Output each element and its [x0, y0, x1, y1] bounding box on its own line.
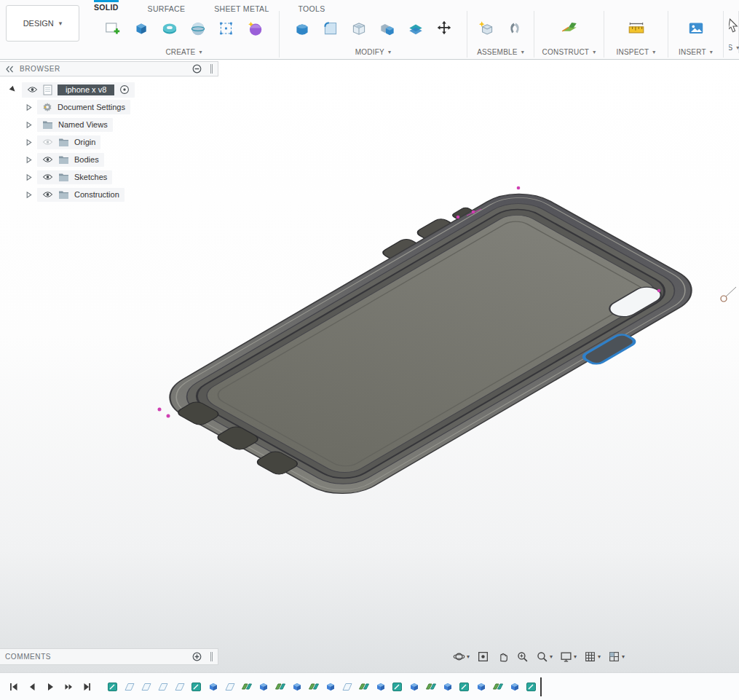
expand-arrow-icon[interactable]	[25, 138, 33, 146]
group-label-construct[interactable]: CONSTRUCT▾	[539, 46, 599, 58]
timeline-feature-extrude-21[interactable]	[441, 680, 454, 693]
sweep-icon[interactable]	[185, 13, 211, 44]
timeline-feature-extrude-25[interactable]	[508, 680, 521, 693]
offset-face-icon[interactable]	[403, 13, 429, 44]
zoom-window-icon[interactable]: ▾	[533, 649, 556, 664]
browser-panel: BROWSER	[0, 61, 218, 203]
timeline-feature-extrude-10[interactable]	[257, 680, 269, 693]
expand-arrow-icon[interactable]	[25, 156, 33, 164]
viewports-icon[interactable]: ▾	[605, 649, 628, 664]
browser-root-row[interactable]: iphone x v8	[0, 81, 218, 98]
group-label-s[interactable]: S▾	[733, 42, 734, 53]
revolve-icon[interactable]	[157, 13, 183, 44]
selection-handle-icon[interactable]	[721, 296, 727, 302]
skip-to-start-icon[interactable]	[6, 679, 22, 695]
step-forward-icon[interactable]	[60, 679, 76, 695]
measure-icon[interactable]	[623, 13, 649, 44]
pan-icon[interactable]	[494, 649, 512, 664]
timeline-feature-extrude-7[interactable]	[207, 680, 219, 693]
browser-item-named-views[interactable]: Named Views	[0, 116, 218, 133]
expand-arrow-icon[interactable]	[25, 173, 33, 181]
browser-item-sketches[interactable]: Sketches	[0, 168, 218, 186]
timeline-playhead[interactable]	[540, 677, 542, 696]
group-label-create[interactable]: CREATE▾	[93, 46, 274, 58]
item-label: Sketches	[74, 173, 107, 181]
shell-icon[interactable]	[346, 13, 372, 44]
group-label-modify[interactable]: MODIFY▾	[284, 46, 462, 58]
timeline-feature-construct-5[interactable]	[173, 680, 186, 693]
circle-minus-icon[interactable]	[192, 64, 202, 74]
comments-panel[interactable]: COMMENTS	[0, 648, 218, 665]
timeline-feature-extrude-17[interactable]	[374, 680, 387, 693]
toolbar-group-select[interactable]: S▾	[729, 11, 739, 58]
combine-icon[interactable]	[374, 13, 400, 44]
eye-hidden-icon[interactable]	[42, 138, 53, 146]
timeline-feature-pair-24[interactable]	[491, 680, 504, 693]
grid-settings-icon[interactable]: ▾	[581, 649, 604, 664]
group-label-inspect[interactable]: INSPECT▾	[609, 46, 663, 58]
browser-item-document-settings[interactable]: Document Settings	[0, 98, 218, 116]
create-sketch-icon[interactable]	[100, 13, 126, 44]
collapse-panel-icon[interactable]	[5, 66, 14, 73]
pattern-icon[interactable]	[213, 13, 240, 44]
timeline-feature-sketch-18[interactable]	[391, 680, 403, 693]
timeline-feature-pair-11[interactable]	[274, 680, 286, 693]
group-label-insert[interactable]: INSERT▾	[673, 46, 719, 58]
tab-solid[interactable]: SOLID	[94, 0, 119, 12]
step-back-icon[interactable]	[24, 679, 40, 695]
timeline-feature-pair-13[interactable]	[307, 680, 320, 693]
timeline-feature-construct-15[interactable]	[341, 680, 353, 693]
workspace-selector[interactable]: DESIGN ▾	[6, 5, 79, 42]
timeline-feature-pair-9[interactable]	[240, 680, 253, 693]
move-icon[interactable]	[431, 13, 457, 44]
eye-visible-icon[interactable]	[27, 85, 38, 94]
add-comment-icon[interactable]	[192, 652, 202, 661]
group-label-assemble[interactable]: ASSEMBLE▾	[472, 46, 529, 58]
press-pull-icon[interactable]	[289, 13, 315, 44]
display-settings-icon[interactable]: ▾	[557, 649, 580, 664]
eye-visible-icon[interactable]	[42, 173, 53, 181]
skip-to-end-icon[interactable]	[79, 679, 95, 695]
ground-origin-icon[interactable]	[119, 84, 130, 95]
eye-visible-icon[interactable]	[42, 190, 53, 199]
fillet-icon[interactable]	[317, 13, 344, 44]
timeline-feature-extrude-14[interactable]	[324, 680, 336, 693]
expand-arrow-icon[interactable]	[25, 103, 33, 111]
form-icon[interactable]	[242, 13, 268, 44]
browser-header[interactable]: BROWSER	[0, 61, 218, 76]
extrude-icon[interactable]	[128, 13, 154, 44]
timeline-feature-sketch-6[interactable]	[190, 680, 202, 693]
timeline-feature-construct-8[interactable]	[224, 680, 236, 693]
timeline-feature-extrude-23[interactable]	[475, 680, 487, 693]
timeline-feature-construct-2[interactable]	[123, 680, 135, 693]
browser-item-bodies[interactable]: Bodies	[0, 151, 218, 168]
play-icon[interactable]	[42, 679, 58, 695]
orbit-icon[interactable]: ▾	[450, 649, 473, 664]
timeline-feature-extrude-12[interactable]	[291, 680, 303, 693]
panel-grip[interactable]	[210, 652, 213, 661]
viewport[interactable]: BROWSER	[0, 60, 739, 672]
look-at-icon[interactable]	[474, 649, 492, 664]
select-arrow-icon[interactable]	[729, 11, 739, 42]
browser-item-construction[interactable]: Construction	[0, 186, 218, 203]
timeline-feature-sketch-26[interactable]	[525, 680, 537, 693]
joint-icon[interactable]	[502, 13, 528, 44]
expand-arrow-icon[interactable]	[9, 85, 17, 94]
zoom-icon[interactable]	[513, 649, 531, 664]
panel-grip[interactable]	[210, 64, 213, 74]
timeline-feature-pair-16[interactable]	[357, 680, 370, 693]
insert-media-icon[interactable]	[683, 13, 709, 44]
timeline-feature-extrude-19[interactable]	[408, 680, 420, 693]
expand-arrow-icon[interactable]	[25, 191, 33, 199]
new-component-icon[interactable]	[473, 13, 499, 44]
timeline-feature-construct-3[interactable]	[140, 680, 152, 693]
timeline-feature-construct-4[interactable]	[157, 680, 169, 693]
timeline-feature-sketch-1[interactable]	[106, 680, 119, 693]
browser-item-origin[interactable]: Origin	[0, 133, 218, 151]
root-component-name[interactable]: iphone x v8	[58, 84, 114, 95]
timeline-feature-pair-20[interactable]	[424, 680, 437, 693]
expand-arrow-icon[interactable]	[25, 121, 33, 129]
timeline-feature-sketch-22[interactable]	[458, 680, 470, 693]
construct-plane-icon[interactable]	[556, 13, 582, 44]
eye-visible-icon[interactable]	[42, 155, 53, 164]
